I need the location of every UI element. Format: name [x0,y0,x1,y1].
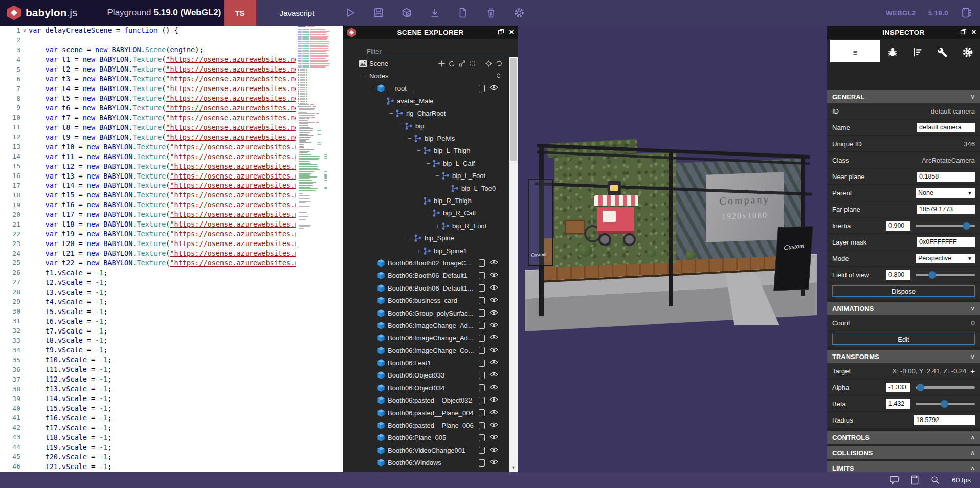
visibility-eye-icon[interactable] [489,259,498,267]
move-gizmo-icon[interactable] [438,60,445,67]
delete-icon[interactable] [485,7,497,18]
gizmo-checkbox[interactable] [479,297,485,304]
gizmo-checkbox[interactable] [479,347,485,354]
filter-input[interactable] [366,46,504,57]
visibility-eye-icon[interactable] [489,297,498,304]
expander-icon[interactable]: + [433,222,441,230]
code-line[interactable]: 38 t13.vScale = -1; [0,384,296,394]
code-line[interactable]: 35 t10.vScale = -1; [0,355,296,365]
gizmo-checkbox[interactable] [479,335,485,342]
tree-node-booth06-videochange001[interactable]: Booth06:VideoChange001 [343,444,509,456]
tree-node-bip-l-foot[interactable]: −bip_L_Foot [343,170,509,182]
dispose-button[interactable]: Dispose [832,285,975,297]
code-line[interactable]: 27 t2.vScale = -1; [0,277,296,287]
visibility-eye-icon[interactable] [489,84,498,92]
scrollbar-down-arrow[interactable]: ▼ [511,465,516,470]
docs-icon[interactable] [910,475,920,485]
code-line[interactable]: 15 var t12 = new BABYLON.Texture("https:… [0,161,296,171]
beta-input[interactable] [886,399,910,409]
tree-node-bip-r-thigh[interactable]: −bip_R_Thigh [343,194,509,207]
alpha-slider[interactable] [916,386,975,389]
popout-icon[interactable] [498,28,504,36]
alpha-input[interactable] [886,383,910,392]
visibility-eye-icon[interactable] [489,422,498,429]
picker-icon[interactable] [485,60,492,67]
tree-node-booth06-leaf1[interactable]: Booth06:Leaf1 [343,357,509,369]
visibility-eye-icon[interactable] [489,284,498,292]
tools-tab wrench-icon[interactable] [930,42,955,62]
inertia-input[interactable] [886,221,910,231]
bounding-box-gizmo-icon[interactable] [469,60,476,67]
code-line[interactable]: 18 var t15 = new BABYLON.Texture("https:… [0,190,296,200]
code-line[interactable]: 41 t16.vScale = -1; [0,413,296,423]
tree-node-booth06-plane-005[interactable]: Booth06:Plane_005 [343,432,509,444]
visibility-eye-icon[interactable] [489,459,498,467]
visibility-eye-icon[interactable] [489,334,498,342]
code-line[interactable]: 14 var t11 = new BABYLON.Texture("https:… [0,151,296,161]
scene-tab document-icon[interactable] [830,40,880,62]
gizmo-checkbox[interactable] [479,85,485,92]
scrollbar-thumb[interactable] [510,58,517,161]
code-line[interactable]: 28 t3.vScale = -1; [0,287,296,297]
visibility-eye-icon[interactable] [489,322,498,329]
debug-tab bug-icon[interactable] [880,42,905,62]
inertia-slider[interactable] [916,225,975,227]
gizmo-checkbox[interactable] [479,284,485,292]
gizmo-checkbox[interactable] [479,447,485,454]
code-line[interactable]: 7 var t4 = new BABYLON.Texture("https://… [0,84,296,94]
section-header-animations[interactable]: ANIMATIONS∨ [827,302,980,315]
code-line[interactable]: 1∨var delayCreateScene = function () { [0,26,296,35]
navbar-brand[interactable]: babylon.js Playground5.19.0 (WebGL2) [0,0,224,26]
gizmo-checkbox[interactable] [479,322,485,329]
expand-all-icon[interactable] [496,73,502,79]
save-icon[interactable] [373,7,384,18]
tree-node-booth06-booth06-default1[interactable]: Booth06:Booth06_Default1 [343,270,509,282]
tree-node-scene[interactable]: Scene [343,57,509,70]
field-of-view-input[interactable] [886,270,910,280]
expander-icon[interactable]: − [424,160,432,167]
tree-node-booth06-pasted-object032[interactable]: Booth06:pasted__Object032 [343,394,509,407]
code-line[interactable]: 30 t5.vScale = -1; [0,306,296,316]
tree-node-booth06-pasted-plane-004[interactable]: Booth06:pasted__Plane_004 [343,407,509,419]
code-line[interactable]: 29 t4.vScale = -1; [0,297,296,306]
code-line[interactable]: 8 var t5 = new BABYLON.Texture("https://… [0,94,296,103]
tree-node-bip-l-toe0[interactable]: bip_L_Toe0 [343,182,509,194]
code-line[interactable]: 13 var t10 = new BABYLON.Texture("https:… [0,142,296,151]
code-line[interactable]: 21 var t18 = new BABYLON.Texture("https:… [0,219,296,229]
gizmo-checkbox[interactable] [479,272,485,279]
field-of-view-slider[interactable] [916,274,975,276]
code-line[interactable]: 46 t21.vScale = -1; [0,461,296,471]
expander-icon[interactable]: − [387,109,395,117]
code-line[interactable]: 20 var t17 = new BABYLON.Texture("https:… [0,210,296,219]
visibility-eye-icon[interactable] [489,272,498,279]
code-line[interactable]: 31 t6.vScale = -1; [0,316,296,326]
tree-node-booth06-imagechange-co[interactable]: Booth06:ImageChange_Co... [343,344,509,357]
tree-node-bip-spine[interactable]: −bip_Spine [343,232,509,244]
code-line[interactable]: 5 var t2 = new BABYLON.Texture("https://… [0,64,296,74]
code-line[interactable]: 16 var t13 = new BABYLON.Texture("https:… [0,171,296,181]
expander-icon[interactable]: − [406,135,414,142]
visibility-eye-icon[interactable] [489,434,498,441]
tab-javascript[interactable]: Javascript [256,0,338,26]
tree-node-booth06-business-card[interactable]: Booth06:business_card [343,294,509,306]
code-line[interactable]: 34 t9.vScale = -1; [0,345,296,355]
tree-node-booth06-group-polysurfac[interactable]: Booth06:Group_polySurfac... [343,307,509,319]
expander-icon[interactable]: − [360,72,368,80]
code-line[interactable]: 9 var t6 = new BABYLON.Texture("https://… [0,103,296,113]
visibility-eye-icon[interactable] [489,309,498,317]
render-canvas[interactable]: Company 1920x1080 Custom Custom [518,26,827,472]
section-header-general[interactable]: GENERAL∨ [827,90,980,103]
tree-node-booth06-booth06-default1[interactable]: Booth06:Booth06_Default1... [343,282,509,294]
code-line[interactable]: 26 t1.vScale = -1; [0,268,296,277]
settings-tab gear-icon[interactable] [955,42,980,62]
tree-node-root[interactable]: −__root__ [343,82,509,95]
parent-select[interactable]: None▼ [916,188,975,198]
gizmo-checkbox[interactable] [479,422,485,429]
examples-icon[interactable] [961,7,972,18]
tree-node-rig-charroot[interactable]: −rig_CharRoot [343,107,509,120]
section-header-limits[interactable]: LIMITS∧ [827,461,980,472]
gizmo-checkbox[interactable] [479,309,485,317]
near-plane-input[interactable] [917,172,975,182]
expander-icon[interactable]: − [415,197,423,205]
gizmo-checkbox[interactable] [479,259,485,267]
